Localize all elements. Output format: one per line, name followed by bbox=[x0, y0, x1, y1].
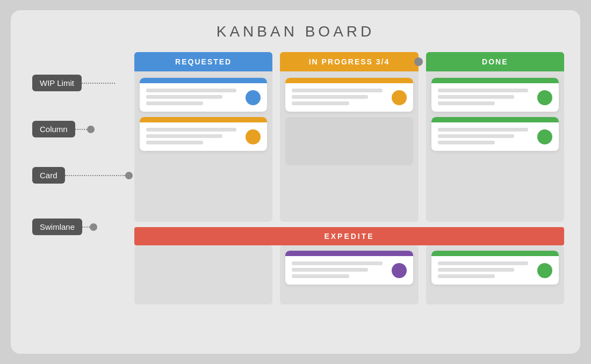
swimlane-done-card[interactable] bbox=[431, 251, 559, 285]
card-avatar bbox=[537, 263, 552, 278]
swimlane-inprogress-col bbox=[280, 245, 418, 304]
card-line bbox=[438, 95, 514, 99]
card-body bbox=[140, 83, 267, 112]
column-headers: REQUESTED IN PROGRESS 3/4 DONE bbox=[134, 52, 564, 71]
column-dot bbox=[87, 126, 95, 133]
card-lines bbox=[292, 89, 387, 105]
wip-limit-label-group: WIP Limit bbox=[32, 75, 115, 91]
card-line bbox=[292, 268, 368, 272]
card-lines bbox=[438, 89, 533, 105]
card-line bbox=[292, 261, 382, 265]
card-line bbox=[146, 141, 203, 144]
card-label: Card bbox=[32, 167, 65, 184]
card-dot bbox=[125, 172, 133, 179]
card-line bbox=[292, 95, 368, 99]
done-header: DONE bbox=[426, 52, 564, 71]
card-avatar bbox=[537, 129, 552, 144]
swimlane-label: Swimlane bbox=[32, 219, 82, 235]
card-body bbox=[285, 256, 413, 285]
inprogress-card-1[interactable] bbox=[285, 78, 413, 112]
card-lines bbox=[438, 261, 533, 278]
card-bar bbox=[431, 78, 559, 83]
card-lines bbox=[146, 89, 241, 105]
card-label-group: Card bbox=[32, 167, 133, 184]
board-wrapper: KANBAN BOARD WIP Limit Column Card bbox=[11, 10, 580, 354]
card-bar bbox=[140, 78, 267, 83]
card-bar bbox=[285, 78, 413, 83]
card-placeholder bbox=[285, 117, 413, 165]
swimlane-dot bbox=[90, 223, 97, 231]
card-line bbox=[438, 89, 528, 92]
done-card-2[interactable] bbox=[431, 117, 559, 151]
card-body bbox=[431, 83, 559, 112]
inprogress-header: IN PROGRESS 3/4 bbox=[280, 52, 418, 71]
swimlane-done-col bbox=[426, 245, 564, 304]
inprogress-header-wrap: IN PROGRESS 3/4 bbox=[280, 52, 418, 71]
card-line bbox=[438, 101, 495, 105]
card-line bbox=[146, 89, 236, 92]
card-bar bbox=[285, 251, 413, 256]
requested-card-2[interactable] bbox=[140, 117, 267, 151]
requested-card-1[interactable] bbox=[140, 78, 267, 112]
requested-col bbox=[134, 71, 272, 222]
card-avatar bbox=[392, 263, 407, 278]
swimlane-section: EXPEDITE bbox=[134, 227, 564, 304]
main-row bbox=[134, 71, 564, 222]
card-avatar bbox=[392, 90, 407, 105]
done-card-1[interactable] bbox=[431, 78, 559, 112]
swimlane-cols bbox=[134, 245, 564, 304]
swimlane-bar: EXPEDITE bbox=[134, 227, 564, 245]
requested-header-wrap: REQUESTED bbox=[134, 52, 272, 71]
card-line bbox=[65, 175, 125, 176]
card-line bbox=[438, 141, 495, 144]
card-body bbox=[431, 122, 559, 151]
swimlane-line bbox=[82, 227, 90, 228]
card-line bbox=[146, 95, 222, 99]
card-body bbox=[285, 83, 413, 112]
labels-column: WIP Limit Column Card Swimlane bbox=[27, 52, 134, 304]
requested-header: REQUESTED bbox=[134, 52, 272, 71]
card-line bbox=[292, 89, 382, 92]
done-header-wrap: DONE bbox=[426, 52, 564, 71]
card-lines bbox=[292, 261, 387, 278]
inprogress-col bbox=[280, 71, 418, 222]
card-line bbox=[438, 134, 514, 138]
column-label: Column bbox=[32, 121, 75, 137]
card-line bbox=[438, 128, 528, 132]
board-title: KANBAN BOARD bbox=[27, 23, 564, 40]
card-line bbox=[292, 101, 349, 105]
card-body bbox=[431, 256, 559, 285]
swimlane-requested-col bbox=[134, 245, 272, 304]
card-avatar bbox=[246, 90, 261, 105]
wip-limit-line bbox=[82, 83, 115, 84]
card-bar bbox=[431, 251, 559, 256]
card-line bbox=[438, 261, 528, 265]
card-lines bbox=[146, 128, 241, 144]
board-main: REQUESTED IN PROGRESS 3/4 DONE bbox=[134, 52, 564, 304]
card-bar bbox=[140, 117, 267, 122]
column-line bbox=[75, 129, 87, 130]
card-line bbox=[438, 274, 495, 278]
card-line bbox=[438, 268, 514, 272]
card-body bbox=[140, 122, 267, 151]
wip-limit-label: WIP Limit bbox=[32, 75, 82, 91]
done-col bbox=[426, 71, 564, 222]
swimlane-label-group: Swimlane bbox=[32, 219, 97, 235]
column-label-group: Column bbox=[32, 121, 95, 137]
card-line bbox=[292, 274, 349, 278]
swimlane-header-row: EXPEDITE bbox=[134, 227, 564, 245]
card-line bbox=[146, 101, 203, 105]
swimlane-inprogress-card[interactable] bbox=[285, 251, 413, 285]
card-line bbox=[146, 128, 236, 132]
card-lines bbox=[438, 128, 533, 144]
card-line bbox=[146, 134, 222, 138]
card-bar bbox=[431, 117, 559, 122]
card-avatar bbox=[537, 90, 552, 105]
wip-limit-dot bbox=[414, 57, 423, 66]
card-avatar bbox=[246, 129, 261, 144]
